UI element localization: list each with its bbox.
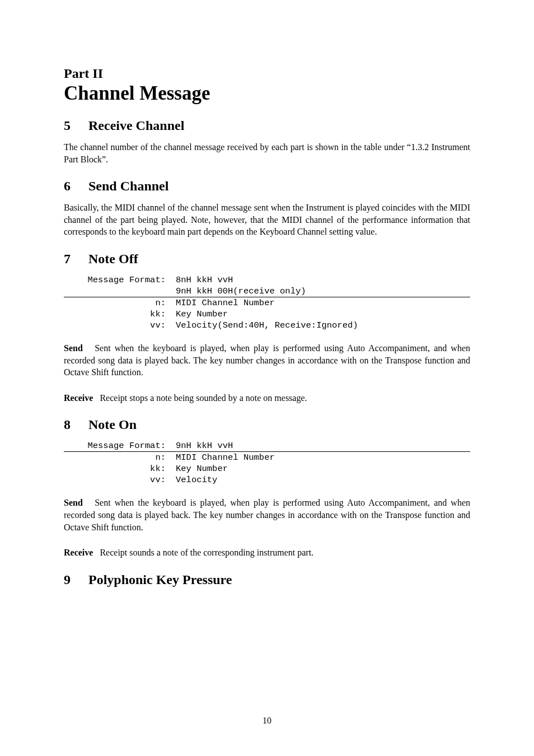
note-on-format-table: Message Format: 9nH kkH vvH n: MIDI Chan… bbox=[64, 440, 470, 486]
paragraph-send: Send Sent when the keyboard is played, w… bbox=[64, 342, 470, 379]
heading-send-channel: 6 Send Channel bbox=[64, 179, 470, 194]
page: Part II Channel Message 5 Receive Channe… bbox=[0, 0, 534, 756]
cell-label: Message Format: bbox=[64, 274, 176, 286]
cell-label: vv: bbox=[64, 474, 176, 486]
cell-value: MIDI Channel Number bbox=[176, 297, 470, 309]
table-row: kk: Key Number bbox=[64, 463, 470, 474]
heading-note-off: 7 Note Off bbox=[64, 251, 470, 267]
section-title: Receive Channel bbox=[88, 118, 184, 133]
heading-polyphonic-key-pressure: 9 Polyphonic Key Pressure bbox=[64, 572, 470, 587]
paragraph: Basically, the MIDI channel of the chann… bbox=[64, 202, 470, 238]
section-title: Send Channel bbox=[88, 179, 168, 193]
paragraph-receive: Receive Receipt stops a note being sound… bbox=[64, 392, 470, 404]
cell-value: 9nH kkH vvH bbox=[176, 440, 470, 452]
paragraph-text: Sent when the keyboard is played, when p… bbox=[64, 498, 470, 531]
paragraph-text: Sent when the keyboard is played, when p… bbox=[64, 343, 470, 377]
section-number: 5 bbox=[64, 118, 85, 133]
heading-receive-channel: 5 Receive Channel bbox=[64, 118, 470, 133]
table-row: n: MIDI Channel Number bbox=[64, 452, 470, 464]
run-in-label: Receive bbox=[64, 548, 93, 557]
table-row: Message Format: 9nH kkH vvH bbox=[64, 440, 470, 452]
cell-label: kk: bbox=[64, 463, 176, 474]
cell-value: Key Number bbox=[176, 463, 470, 474]
cell-value: 8nH kkH vvH bbox=[176, 274, 470, 286]
paragraph-text: Receipt stops a note being sounded by a … bbox=[100, 393, 307, 403]
cell-label bbox=[64, 286, 176, 297]
cell-value: Key Number bbox=[176, 309, 470, 320]
section-title: Note On bbox=[88, 417, 137, 432]
cell-label: Message Format: bbox=[64, 440, 176, 452]
cell-value: Velocity(Send:40H, Receive:Ignored) bbox=[176, 320, 470, 331]
cell-value: Velocity bbox=[176, 474, 470, 486]
section-title: Polyphonic Key Pressure bbox=[88, 572, 232, 587]
table-row: vv: Velocity bbox=[64, 474, 470, 486]
cell-label: kk: bbox=[64, 309, 176, 320]
run-in-label: Send bbox=[64, 498, 83, 507]
cell-label: vv: bbox=[64, 320, 176, 331]
table-row: kk: Key Number bbox=[64, 309, 470, 320]
paragraph-receive: Receive Receipt sounds a note of the cor… bbox=[64, 547, 470, 559]
note-off-format-table: Message Format: 8nH kkH vvH 9nH kkH 00H(… bbox=[64, 274, 470, 331]
cell-label: n: bbox=[64, 297, 176, 309]
table-row: vv: Velocity(Send:40H, Receive:Ignored) bbox=[64, 320, 470, 331]
cell-value: 9nH kkH 00H(receive only) bbox=[176, 286, 470, 297]
paragraph-text: Receipt sounds a note of the correspondi… bbox=[100, 548, 313, 557]
paragraph: The channel number of the channel messag… bbox=[64, 141, 470, 165]
page-number: 10 bbox=[0, 716, 534, 726]
table-row: 9nH kkH 00H(receive only) bbox=[64, 286, 470, 297]
section-title: Note Off bbox=[88, 251, 138, 266]
heading-note-on: 8 Note On bbox=[64, 417, 470, 432]
paragraph-send: Send Sent when the keyboard is played, w… bbox=[64, 497, 470, 533]
run-in-label: Send bbox=[64, 343, 83, 353]
run-in-label: Receive bbox=[64, 393, 93, 403]
table-row: Message Format: 8nH kkH vvH bbox=[64, 274, 470, 286]
section-number: 9 bbox=[64, 572, 85, 587]
section-number: 6 bbox=[64, 179, 85, 194]
table-row: n: MIDI Channel Number bbox=[64, 297, 470, 309]
cell-label: n: bbox=[64, 452, 176, 464]
cell-value: MIDI Channel Number bbox=[176, 452, 470, 464]
part-title: Channel Message bbox=[64, 82, 470, 105]
section-number: 7 bbox=[64, 251, 85, 267]
part-label: Part II bbox=[64, 66, 470, 81]
section-number: 8 bbox=[64, 417, 85, 432]
